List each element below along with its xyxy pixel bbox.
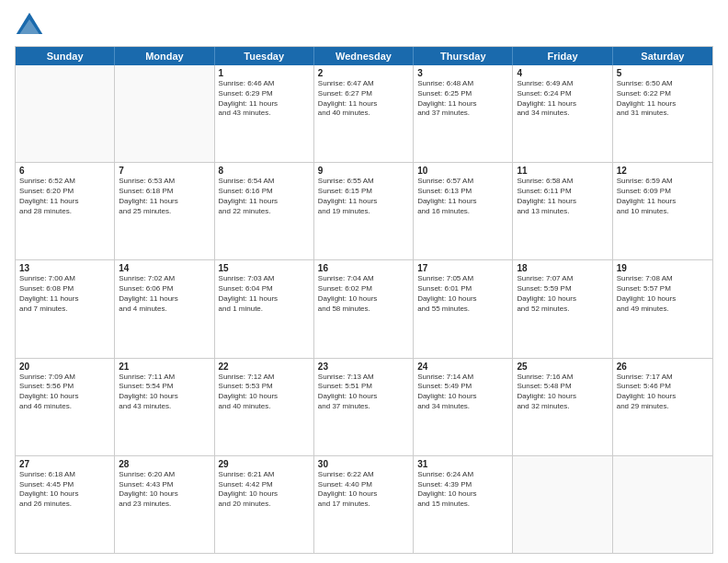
cell-info-line: and 22 minutes. bbox=[219, 207, 310, 217]
cell-info-line: Sunset: 4:42 PM bbox=[219, 480, 310, 490]
cell-info-line: and 13 minutes. bbox=[517, 207, 608, 217]
cell-info-line: Sunrise: 7:11 AM bbox=[119, 373, 210, 383]
day-number: 19 bbox=[617, 263, 709, 273]
cal-cell: 31Sunrise: 6:24 AMSunset: 4:39 PMDayligh… bbox=[414, 456, 513, 553]
cell-info-line: Sunrise: 6:57 AM bbox=[417, 177, 508, 187]
day-number: 16 bbox=[318, 263, 409, 273]
cal-cell: 8Sunrise: 6:54 AMSunset: 6:16 PMDaylight… bbox=[215, 163, 314, 259]
logo-icon bbox=[15, 11, 44, 40]
cal-cell: 2Sunrise: 6:47 AMSunset: 6:27 PMDaylight… bbox=[314, 65, 414, 162]
cell-info-line: Sunset: 5:56 PM bbox=[19, 382, 110, 392]
day-number: 5 bbox=[617, 68, 709, 78]
cal-cell: 29Sunrise: 6:21 AMSunset: 4:42 PMDayligh… bbox=[215, 456, 314, 553]
cell-info-line: Sunrise: 7:16 AM bbox=[517, 373, 608, 383]
cell-info-line: Sunrise: 6:58 AM bbox=[517, 177, 608, 187]
cell-info-line: Sunset: 6:16 PM bbox=[219, 187, 310, 197]
cell-info-line: Sunrise: 6:22 AM bbox=[318, 470, 409, 480]
cal-cell: 13Sunrise: 7:00 AMSunset: 6:08 PMDayligh… bbox=[16, 260, 115, 357]
day-number: 3 bbox=[417, 68, 508, 78]
cal-cell: 1Sunrise: 6:46 AMSunset: 6:29 PMDaylight… bbox=[215, 65, 314, 162]
cell-info-line: Daylight: 10 hours bbox=[119, 489, 210, 500]
logo bbox=[15, 11, 48, 40]
cal-cell: 27Sunrise: 6:18 AMSunset: 4:45 PMDayligh… bbox=[16, 456, 115, 553]
cal-cell: 3Sunrise: 6:48 AMSunset: 6:25 PMDaylight… bbox=[414, 65, 513, 162]
cell-info-line: Daylight: 10 hours bbox=[318, 489, 409, 500]
cell-info-line: Daylight: 11 hours bbox=[19, 197, 110, 207]
cal-cell: 20Sunrise: 7:09 AMSunset: 5:56 PMDayligh… bbox=[16, 359, 115, 455]
calendar-body: 1Sunrise: 6:46 AMSunset: 6:29 PMDaylight… bbox=[16, 65, 712, 553]
cal-cell bbox=[613, 456, 712, 553]
cell-info-line: Sunrise: 7:02 AM bbox=[119, 274, 210, 284]
cal-cell: 10Sunrise: 6:57 AMSunset: 6:13 PMDayligh… bbox=[414, 163, 513, 259]
cell-info-line: Daylight: 10 hours bbox=[19, 489, 110, 500]
cell-info-line: Sunset: 4:39 PM bbox=[417, 480, 508, 490]
cell-info-line: Daylight: 10 hours bbox=[517, 294, 608, 304]
cell-info-line: Daylight: 10 hours bbox=[417, 392, 508, 402]
cell-info-line: and 16 minutes. bbox=[417, 207, 508, 217]
cell-info-line: Daylight: 11 hours bbox=[318, 197, 409, 207]
cal-cell: 17Sunrise: 7:05 AMSunset: 6:01 PMDayligh… bbox=[414, 260, 513, 357]
cell-info-line: and 34 minutes. bbox=[517, 109, 608, 119]
cell-info-line: Sunset: 4:40 PM bbox=[318, 480, 409, 490]
calendar: SundayMondayTuesdayWednesdayThursdayFrid… bbox=[15, 46, 713, 554]
cell-info-line: Sunset: 5:54 PM bbox=[119, 382, 210, 392]
cell-info-line: Sunrise: 7:08 AM bbox=[617, 274, 709, 284]
cell-info-line: Daylight: 10 hours bbox=[318, 392, 409, 402]
cell-info-line: Sunrise: 7:07 AM bbox=[517, 274, 608, 284]
cal-cell: 9Sunrise: 6:55 AMSunset: 6:15 PMDaylight… bbox=[314, 163, 414, 259]
cell-info-line: and 20 minutes. bbox=[219, 500, 310, 510]
cell-info-line: and 55 minutes. bbox=[417, 304, 508, 315]
day-number: 15 bbox=[219, 263, 310, 273]
cell-info-line: Daylight: 11 hours bbox=[119, 294, 210, 304]
cal-cell: 12Sunrise: 6:59 AMSunset: 6:09 PMDayligh… bbox=[613, 163, 712, 259]
cell-info-line: and 43 minutes. bbox=[119, 402, 210, 412]
cell-info-line: Sunrise: 7:09 AM bbox=[19, 373, 110, 383]
cell-info-line: and 43 minutes. bbox=[219, 109, 310, 119]
cell-info-line: Daylight: 11 hours bbox=[517, 197, 608, 207]
cal-header-saturday: Saturday bbox=[613, 47, 712, 65]
cell-info-line: Sunrise: 7:12 AM bbox=[219, 373, 310, 383]
cell-info-line: Daylight: 10 hours bbox=[617, 392, 709, 402]
cal-cell: 11Sunrise: 6:58 AMSunset: 6:11 PMDayligh… bbox=[513, 163, 612, 259]
cell-info-line: Sunrise: 6:46 AM bbox=[219, 79, 310, 89]
cal-week-3: 20Sunrise: 7:09 AMSunset: 5:56 PMDayligh… bbox=[16, 358, 712, 455]
cal-cell: 28Sunrise: 6:20 AMSunset: 4:43 PMDayligh… bbox=[115, 456, 214, 553]
cell-info-line: and 31 minutes. bbox=[617, 109, 709, 119]
cell-info-line: Daylight: 11 hours bbox=[517, 99, 608, 109]
cell-info-line: Sunset: 6:06 PM bbox=[119, 284, 210, 294]
cell-info-line: and 7 minutes. bbox=[19, 304, 110, 315]
day-number: 22 bbox=[219, 362, 310, 372]
day-number: 24 bbox=[417, 362, 508, 372]
cell-info-line: and 17 minutes. bbox=[318, 500, 409, 510]
cell-info-line: and 4 minutes. bbox=[119, 304, 210, 315]
cell-info-line: Sunrise: 6:49 AM bbox=[517, 79, 608, 89]
cell-info-line: Sunrise: 6:48 AM bbox=[417, 79, 508, 89]
cell-info-line: Daylight: 10 hours bbox=[318, 294, 409, 304]
cal-week-1: 6Sunrise: 6:52 AMSunset: 6:20 PMDaylight… bbox=[16, 162, 712, 259]
cell-info-line: Sunset: 6:11 PM bbox=[517, 187, 608, 197]
day-number: 25 bbox=[517, 362, 608, 372]
cell-info-line: Sunrise: 6:24 AM bbox=[417, 470, 508, 480]
cal-cell bbox=[513, 456, 612, 553]
cell-info-line: and 34 minutes. bbox=[417, 402, 508, 412]
cell-info-line: Sunset: 4:45 PM bbox=[19, 480, 110, 490]
cell-info-line: Sunrise: 7:00 AM bbox=[19, 274, 110, 284]
cell-info-line: Sunset: 6:04 PM bbox=[219, 284, 310, 294]
cal-cell: 21Sunrise: 7:11 AMSunset: 5:54 PMDayligh… bbox=[115, 359, 214, 455]
cal-cell: 22Sunrise: 7:12 AMSunset: 5:53 PMDayligh… bbox=[215, 359, 314, 455]
cell-info-line: Sunset: 6:15 PM bbox=[318, 187, 409, 197]
cell-info-line: Sunset: 6:09 PM bbox=[617, 187, 709, 197]
cell-info-line: Sunset: 6:29 PM bbox=[219, 89, 310, 99]
cell-info-line: Sunset: 6:02 PM bbox=[318, 284, 409, 294]
cal-week-4: 27Sunrise: 6:18 AMSunset: 4:45 PMDayligh… bbox=[16, 455, 712, 553]
cell-info-line: Sunrise: 6:47 AM bbox=[318, 79, 409, 89]
cell-info-line: Daylight: 11 hours bbox=[119, 197, 210, 207]
cell-info-line: Daylight: 10 hours bbox=[417, 489, 508, 500]
cell-info-line: Sunrise: 6:21 AM bbox=[219, 470, 310, 480]
day-number: 12 bbox=[617, 166, 709, 176]
cell-info-line: Sunrise: 6:20 AM bbox=[119, 470, 210, 480]
cell-info-line: Sunset: 5:46 PM bbox=[617, 382, 709, 392]
cell-info-line: Sunset: 6:27 PM bbox=[318, 89, 409, 99]
day-number: 29 bbox=[219, 459, 310, 469]
cell-info-line: Sunset: 6:25 PM bbox=[417, 89, 508, 99]
